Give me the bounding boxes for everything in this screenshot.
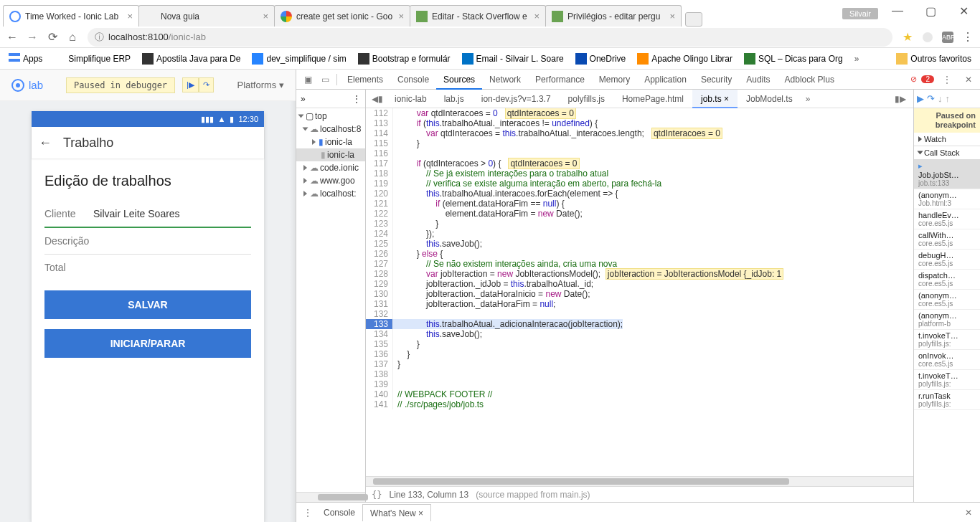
code-line[interactable]: 131 jobIteraction._dataHoraFim = null;	[366, 299, 913, 309]
overflow-icon[interactable]: »	[301, 94, 306, 104]
error-icon[interactable]: ⊘	[910, 75, 917, 84]
code-line[interactable]: 113 if (this.trabalhoAtual._interacoes !…	[366, 118, 913, 128]
tab-memory[interactable]: Memory	[592, 70, 637, 90]
editor-scrollbar[interactable]	[366, 476, 913, 486]
drawer-close-icon[interactable]: ✕	[960, 504, 977, 521]
code-line[interactable]: 126 } else {	[366, 249, 913, 259]
star-icon[interactable]: ★	[900, 29, 915, 45]
code-line[interactable]: 116	[366, 148, 913, 158]
platforms-dropdown[interactable]: Platforms ▾	[237, 80, 284, 90]
device-toggle-icon[interactable]: ▭	[316, 71, 334, 88]
adblock-icon[interactable]: ABP	[940, 29, 956, 45]
browser-tab[interactable]: Nova guia ×	[138, 5, 275, 27]
site-info-icon[interactable]: ⓘ	[95, 31, 104, 44]
cliente-field[interactable]: Cliente Silvair Leite Soares	[44, 201, 251, 228]
bookmark-item[interactable]: Apostila Java para De	[138, 51, 245, 67]
menu-button[interactable]: ⋮	[960, 29, 976, 45]
code-line[interactable]: 130 jobIteraction._dataHoraInicio = new …	[366, 289, 913, 299]
bookmark-item[interactable]: SQL – Dicas para Org	[740, 51, 847, 67]
tab-audits[interactable]: Audits	[739, 70, 777, 90]
close-icon[interactable]: ×	[398, 11, 404, 22]
bookmark-item[interactable]: OneDrive	[571, 51, 631, 67]
url-bar[interactable]: ⓘ localhost:8100/ionic-lab	[88, 28, 892, 47]
profile-badge[interactable]: Silvair	[842, 8, 878, 19]
code-line[interactable]: 140// WEBPACK FOOTER //	[366, 389, 913, 399]
stack-frame[interactable]: dispatch…core.es5.js	[914, 270, 980, 290]
iniciar-parar-button[interactable]: INICIAR/PARAR	[44, 329, 251, 358]
file-tab[interactable]: ion-dev.js?v=1.3.7	[473, 90, 560, 108]
code-line[interactable]: 127 // Se não existem interações ainda, …	[366, 259, 913, 269]
callstack-section[interactable]: Call Stack	[914, 146, 980, 160]
file-tab[interactable]: HomePage.html	[613, 90, 692, 108]
watch-section[interactable]: Watch	[914, 133, 980, 146]
step-out-icon[interactable]: ↑	[946, 93, 951, 104]
browser-tab[interactable]: create get set ionic - Goo ×	[274, 5, 410, 27]
code-line[interactable]: 112 var qtdInteracoes = 0 qtdInteracoes …	[366, 108, 913, 118]
stack-frame[interactable]: ▸ Job.jobSt…job.ts:133	[914, 160, 980, 189]
code-line[interactable]: 128 var jobIteraction = new JobIteractio…	[366, 269, 913, 279]
code-line[interactable]: 132	[366, 309, 913, 319]
close-icon[interactable]: ×	[534, 11, 540, 22]
maximize-button[interactable]: ▢	[914, 1, 947, 21]
drawer-menu-icon[interactable]: ⋮	[299, 504, 316, 521]
file-tab[interactable]: ionic-lab	[386, 90, 435, 108]
code-line[interactable]: 139	[366, 379, 913, 389]
bookmark-item[interactable]: Simplifique ERP	[50, 51, 135, 67]
tab-performance[interactable]: Performance	[528, 70, 592, 90]
hide-debugger-icon[interactable]: ▮▶	[890, 94, 910, 104]
resume-icon[interactable]: |▶	[182, 77, 199, 92]
bookmark-item[interactable]: Email - Silvair L. Soare	[458, 51, 568, 67]
code-line[interactable]: 115 }	[366, 138, 913, 148]
descricao-field[interactable]: Descrição	[44, 228, 251, 255]
code-line[interactable]: 133 this.trabalhoAtual._adicionaInteraca…	[366, 319, 913, 329]
code-line[interactable]: 125 this.saveJob();	[366, 239, 913, 249]
close-icon[interactable]: ×	[127, 11, 133, 22]
step-over-icon[interactable]: ↷	[927, 93, 935, 104]
bookmark-item[interactable]: Apache Olingo Librar	[633, 51, 737, 67]
code-line[interactable]: 122 element.dataHoraFim = new Date();	[366, 209, 913, 219]
forward-button[interactable]: →	[24, 29, 40, 45]
tab-console[interactable]: Console	[390, 70, 436, 90]
tree-file[interactable]: ▮ ionic-la	[296, 148, 365, 161]
apps-button[interactable]: Apps	[4, 51, 47, 67]
stack-frame[interactable]: callWith…core.es5.js	[914, 229, 980, 250]
stack-frame[interactable]: (anonym…platform-b	[914, 310, 980, 330]
browser-tab[interactable]: Time Worked - Ionic Lab ×	[3, 5, 139, 27]
drawer-tab-whatsnew[interactable]: What's New ×	[362, 504, 431, 521]
stack-frame[interactable]: r.runTaskpolyfills.js:	[914, 390, 980, 410]
drawer-tab-console[interactable]: Console	[316, 504, 362, 521]
code-editor[interactable]: 112 var qtdInteracoes = 0 qtdInteracoes …	[366, 108, 913, 476]
extension-icon[interactable]	[920, 29, 936, 45]
code-line[interactable]: 129 jobIteraction._idJob = this.trabalho…	[366, 279, 913, 289]
bookmark-item[interactable]: Bootstrap e formulár	[354, 51, 455, 67]
back-button[interactable]: ←	[4, 29, 20, 45]
tab-adblock[interactable]: Adblock Plus	[778, 70, 842, 90]
minimize-button[interactable]: —	[881, 1, 914, 21]
close-icon[interactable]: ×	[669, 11, 675, 22]
code-line[interactable]: 118 // Se já existem interações para o t…	[366, 169, 913, 179]
code-line[interactable]: 121 if (element.dataHoraFim == null) {	[366, 199, 913, 209]
hide-navigator-icon[interactable]: ◀▮	[369, 90, 386, 108]
file-tab[interactable]: lab.js	[435, 90, 473, 108]
tree-origin[interactable]: ☁ localhost:	[296, 187, 365, 200]
bookmark-overflow[interactable]: »	[850, 52, 864, 66]
salvar-button[interactable]: SALVAR	[44, 290, 251, 319]
code-line[interactable]: 141// ./src/pages/job/job.ts	[366, 399, 913, 409]
code-line[interactable]: 114 var qtdInteracoes = this.trabalhoAtu…	[366, 128, 913, 138]
code-line[interactable]: 123 }	[366, 219, 913, 229]
tree-origin[interactable]: ☁ localhost:8	[296, 123, 365, 136]
stack-frame[interactable]: (anonym…Job.html:3	[914, 189, 980, 209]
stack-frame[interactable]: onInvok…core.es5.js	[914, 350, 980, 370]
code-line[interactable]: 138	[366, 369, 913, 379]
bookmark-item[interactable]: dev_simplifique / sim	[248, 51, 350, 67]
close-button[interactable]: ✕	[947, 1, 980, 21]
tab-application[interactable]: Application	[637, 70, 694, 90]
stack-frame[interactable]: debugH…core.es5.js	[914, 250, 980, 270]
stack-frame[interactable]: t.invokeT…polyfills.js:	[914, 330, 980, 350]
new-tab-button[interactable]	[685, 12, 702, 27]
tab-network[interactable]: Network	[482, 70, 528, 90]
code-line[interactable]: 134 this.saveJob();	[366, 329, 913, 339]
code-line[interactable]: 119 // verifica se existe alguma interaç…	[366, 179, 913, 189]
file-tab[interactable]: job.ts ×	[692, 90, 738, 108]
browser-tab[interactable]: Privilégios - editar pergu ×	[545, 5, 682, 27]
